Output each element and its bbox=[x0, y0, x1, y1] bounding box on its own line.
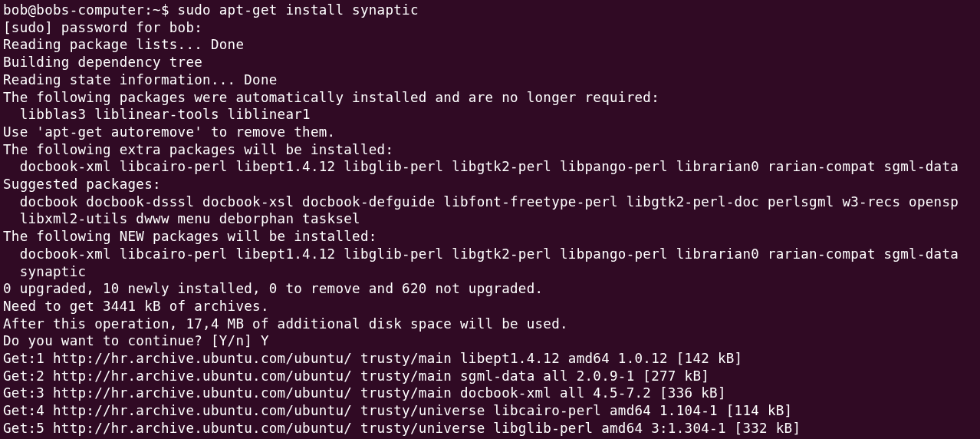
terminal-line: Get:3 http://hr.archive.ubuntu.com/ubunt… bbox=[3, 385, 977, 402]
terminal-line: libxml2-utils dwww menu deborphan taskse… bbox=[3, 210, 977, 228]
terminal-line: 0 upgraded, 10 newly installed, 0 to rem… bbox=[3, 280, 977, 298]
terminal-line: Reading state information... Done bbox=[3, 71, 977, 89]
terminal-line: docbook-xml libcairo-perl libept1.4.12 l… bbox=[3, 158, 977, 176]
terminal-output[interactable]: bob@bobs-computer:~$ sudo apt-get instal… bbox=[3, 2, 977, 437]
terminal-line: Get:1 http://hr.archive.ubuntu.com/ubunt… bbox=[3, 350, 977, 368]
terminal-line: libblas3 liblinear-tools liblinear1 bbox=[3, 106, 977, 124]
terminal-line: Get:5 http://hr.archive.ubuntu.com/ubunt… bbox=[3, 420, 977, 437]
terminal-line: docbook-xml libcairo-perl libept1.4.12 l… bbox=[3, 246, 977, 263]
terminal-line: Get:2 http://hr.archive.ubuntu.com/ubunt… bbox=[3, 368, 977, 385]
terminal-line: Reading package lists... Done bbox=[3, 36, 977, 54]
terminal-line: Do you want to continue? [Y/n] Y bbox=[3, 332, 977, 350]
terminal-line: bob@bobs-computer:~$ sudo apt-get instal… bbox=[3, 2, 977, 19]
terminal-line: docbook docbook-dsssl docbook-xsl docboo… bbox=[3, 193, 977, 211]
terminal-line: Suggested packages: bbox=[3, 176, 977, 193]
terminal-line: The following extra packages will be ins… bbox=[3, 141, 977, 159]
terminal-line: Use 'apt-get autoremove' to remove them. bbox=[3, 124, 977, 141]
terminal-line: After this operation, 17,4 MB of additio… bbox=[3, 315, 977, 333]
terminal-line: Building dependency tree bbox=[3, 54, 977, 71]
terminal-line: Need to get 3441 kB of archives. bbox=[3, 298, 977, 315]
terminal-line: [sudo] password for bob: bbox=[3, 19, 977, 37]
terminal-line: synaptic bbox=[3, 263, 977, 281]
terminal-line: The following NEW packages will be insta… bbox=[3, 228, 977, 246]
terminal-line: The following packages were automaticall… bbox=[3, 89, 977, 107]
terminal-line: Get:4 http://hr.archive.ubuntu.com/ubunt… bbox=[3, 402, 977, 420]
